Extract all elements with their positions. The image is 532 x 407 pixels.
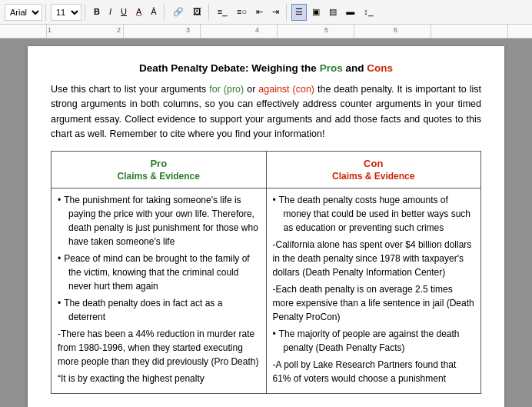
toolbar: Arial 11 B I U A Â 🔗 🖼 ≡⎯ ≡○ ⇤ ⇥ ☰ ▣ ▤ … — [0, 0, 532, 25]
pro-dash-1: -There has been a 44% reduction in murde… — [58, 327, 260, 369]
pro-bullet-list: The punishment for taking someone's life… — [58, 193, 260, 324]
highlight-button[interactable]: Â — [147, 4, 160, 21]
align-left-button[interactable]: ☰ — [291, 4, 307, 21]
document-area: Death Penalty Debate: Weighing the Pros … — [0, 38, 532, 407]
pro-header: Pro Claims & Evidence — [52, 152, 267, 188]
text-style-group: B I U A Â — [90, 4, 165, 21]
font-size-group: 11 — [51, 4, 85, 21]
intro-paragraph: Use this chart to list your arguments fo… — [51, 82, 481, 142]
con-title: Con — [271, 158, 477, 169]
list-item: The majority of people are against the d… — [273, 327, 475, 355]
font-family-select[interactable]: Arial — [5, 4, 42, 21]
decrease-indent-button[interactable]: ⇤ — [252, 4, 267, 21]
document-title: Death Penalty Debate: Weighing the Pros … — [51, 62, 481, 76]
pro-subtitle: Claims & Evidence — [56, 171, 261, 182]
bold-button[interactable]: B — [90, 4, 104, 21]
underline-button[interactable]: U — [117, 4, 131, 21]
title-cons: Cons — [367, 62, 393, 74]
con-bullet-list: The death penalty costs huge amounts of … — [273, 193, 475, 235]
pro-dash-2: “It is by exacting the highest penalty — [58, 372, 260, 385]
pro-title: Pro — [56, 158, 261, 169]
line-spacing-button[interactable]: ↕⎯ — [360, 4, 377, 21]
image-button[interactable]: 🖼 — [189, 4, 205, 21]
title-part1: Death Penalty Debate: Weighing the — [139, 62, 320, 74]
list-group: ≡⎯ ≡○ ⇤ ⇥ — [214, 4, 287, 21]
list-item: Peace of mind can be brought to the fami… — [58, 252, 260, 293]
list-item: The death penalty does in fact act as a … — [58, 296, 260, 324]
align-right-button[interactable]: ▤ — [325, 4, 341, 21]
list-item: The punishment for taking someone's life… — [58, 193, 260, 249]
increase-indent-button[interactable]: ⇥ — [268, 4, 283, 21]
font-family-group: Arial — [5, 4, 46, 21]
font-color-button[interactable]: A — [132, 4, 145, 21]
link-button[interactable]: 🔗 — [169, 4, 188, 21]
title-mid: and — [343, 62, 367, 74]
align-group: ☰ ▣ ▤ ▬ ↕⎯ — [291, 4, 381, 21]
against-text: against (con) — [258, 84, 314, 95]
con-bullet-list-2: The majority of people are against the d… — [273, 327, 475, 355]
con-header: Con Claims & Evidence — [266, 152, 481, 188]
align-justify-button[interactable]: ▬ — [342, 4, 358, 21]
font-size-select[interactable]: 11 — [51, 4, 81, 21]
ruler: 1 2 3 4 5 6 — [0, 25, 532, 38]
list-item: The death penalty costs huge amounts of … — [273, 193, 475, 235]
con-dash-1: -California alone has spent over $4 bill… — [273, 238, 475, 279]
ordered-list-button[interactable]: ≡⎯ — [214, 4, 231, 21]
debate-table: Pro Claims & Evidence Con Claims & Evide… — [51, 151, 481, 394]
pro-content-cell: The punishment for taking someone's life… — [52, 188, 267, 394]
page: Death Penalty Debate: Weighing the Pros … — [28, 46, 504, 407]
con-dash-2: -Each death penalty is on average 2.5 ti… — [273, 282, 475, 324]
con-subtitle: Claims & Evidence — [271, 171, 477, 182]
con-content-cell: The death penalty costs huge amounts of … — [266, 188, 481, 394]
for-text: for (pro) — [209, 84, 244, 95]
insert-group: 🔗 🖼 — [169, 4, 209, 21]
title-pros: Pros — [320, 62, 343, 74]
italic-button[interactable]: I — [105, 4, 115, 21]
align-center-button[interactable]: ▣ — [308, 4, 324, 21]
unordered-list-button[interactable]: ≡○ — [233, 4, 251, 21]
con-dash-3: -A poll by Lake Research Partners found … — [273, 358, 475, 385]
